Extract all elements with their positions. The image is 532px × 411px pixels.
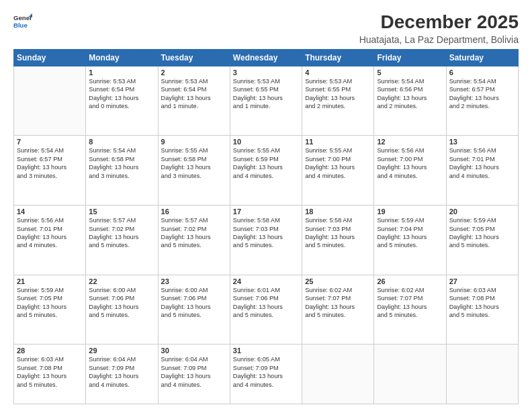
day-number: 4: [305, 68, 371, 77]
day-cell: 1Sunrise: 5:53 AM Sunset: 6:54 PM Daylig…: [86, 66, 158, 136]
day-cell: 10Sunrise: 5:55 AM Sunset: 6:59 PM Dayli…: [230, 136, 302, 205]
day-cell: 5Sunrise: 5:54 AM Sunset: 6:56 PM Daylig…: [374, 66, 446, 136]
day-info: Sunrise: 6:00 AM Sunset: 7:06 PM Dayligh…: [161, 286, 227, 320]
day-info: Sunrise: 5:56 AM Sunset: 7:01 PM Dayligh…: [449, 146, 515, 180]
day-number: 27: [449, 277, 515, 285]
day-cell: 30Sunrise: 6:04 AM Sunset: 7:09 PM Dayli…: [158, 345, 230, 404]
day-info: Sunrise: 6:02 AM Sunset: 7:07 PM Dayligh…: [377, 286, 443, 320]
day-cell: 11Sunrise: 5:55 AM Sunset: 7:00 PM Dayli…: [302, 136, 374, 205]
day-cell: 20Sunrise: 5:59 AM Sunset: 7:05 PM Dayli…: [446, 205, 518, 275]
day-info: Sunrise: 5:55 AM Sunset: 6:59 PM Dayligh…: [233, 146, 299, 180]
week-row-3: 14Sunrise: 5:56 AM Sunset: 7:01 PM Dayli…: [14, 205, 519, 275]
day-info: Sunrise: 5:54 AM Sunset: 6:58 PM Dayligh…: [89, 146, 154, 180]
weekday-sunday: Sunday: [14, 49, 86, 66]
day-info: Sunrise: 6:04 AM Sunset: 7:09 PM Dayligh…: [89, 355, 154, 389]
svg-text:Blue: Blue: [13, 21, 28, 29]
week-row-1: 1Sunrise: 5:53 AM Sunset: 6:54 PM Daylig…: [14, 66, 519, 136]
day-number: 18: [305, 208, 371, 216]
week-row-2: 7Sunrise: 5:54 AM Sunset: 6:57 PM Daylig…: [14, 136, 519, 205]
day-cell: 25Sunrise: 6:02 AM Sunset: 7:07 PM Dayli…: [302, 275, 374, 345]
day-number: 20: [449, 208, 515, 216]
day-info: Sunrise: 5:54 AM Sunset: 6:56 PM Dayligh…: [377, 77, 443, 111]
day-info: Sunrise: 6:00 AM Sunset: 7:06 PM Dayligh…: [89, 286, 154, 320]
day-info: Sunrise: 6:05 AM Sunset: 7:09 PM Dayligh…: [233, 355, 299, 389]
day-number: 9: [161, 138, 227, 146]
day-cell: 14Sunrise: 5:56 AM Sunset: 7:01 PM Dayli…: [14, 205, 86, 275]
day-cell: [374, 345, 446, 404]
day-cell: 6Sunrise: 5:54 AM Sunset: 6:57 PM Daylig…: [446, 66, 518, 136]
day-number: 29: [89, 347, 154, 355]
day-cell: 3Sunrise: 5:53 AM Sunset: 6:55 PM Daylig…: [230, 66, 302, 136]
day-number: 12: [377, 138, 443, 146]
day-info: Sunrise: 6:03 AM Sunset: 7:08 PM Dayligh…: [449, 286, 515, 320]
day-info: Sunrise: 6:02 AM Sunset: 7:07 PM Dayligh…: [305, 286, 371, 320]
day-cell: 9Sunrise: 5:55 AM Sunset: 6:58 PM Daylig…: [158, 136, 230, 205]
day-cell: 18Sunrise: 5:58 AM Sunset: 7:03 PM Dayli…: [302, 205, 374, 275]
day-info: Sunrise: 6:04 AM Sunset: 7:09 PM Dayligh…: [161, 355, 227, 389]
day-number: 13: [449, 138, 515, 146]
title-block: December 2025 Huatajata, La Paz Departme…: [359, 12, 519, 45]
day-cell: 15Sunrise: 5:57 AM Sunset: 7:02 PM Dayli…: [86, 205, 158, 275]
day-cell: 26Sunrise: 6:02 AM Sunset: 7:07 PM Dayli…: [374, 275, 446, 345]
day-cell: 27Sunrise: 6:03 AM Sunset: 7:08 PM Dayli…: [446, 275, 518, 345]
day-cell: 28Sunrise: 6:03 AM Sunset: 7:08 PM Dayli…: [14, 345, 86, 404]
day-cell: 22Sunrise: 6:00 AM Sunset: 7:06 PM Dayli…: [86, 275, 158, 345]
day-number: 3: [233, 68, 299, 77]
day-number: 2: [161, 68, 227, 77]
day-info: Sunrise: 5:53 AM Sunset: 6:55 PM Dayligh…: [233, 77, 299, 111]
page: General Blue December 2025 Huatajata, La…: [0, 0, 532, 411]
day-number: 26: [377, 277, 443, 285]
header: General Blue December 2025 Huatajata, La…: [13, 12, 519, 45]
day-cell: [302, 345, 374, 404]
weekday-saturday: Saturday: [446, 49, 518, 66]
day-number: 22: [89, 277, 154, 285]
day-cell: 12Sunrise: 5:56 AM Sunset: 7:00 PM Dayli…: [374, 136, 446, 205]
day-info: Sunrise: 5:58 AM Sunset: 7:03 PM Dayligh…: [305, 216, 371, 250]
week-row-4: 21Sunrise: 5:59 AM Sunset: 7:05 PM Dayli…: [14, 275, 519, 345]
day-cell: 4Sunrise: 5:53 AM Sunset: 6:55 PM Daylig…: [302, 66, 374, 136]
day-cell: [446, 345, 518, 404]
day-info: Sunrise: 5:59 AM Sunset: 7:05 PM Dayligh…: [449, 216, 515, 250]
day-number: 8: [89, 138, 154, 146]
day-info: Sunrise: 5:58 AM Sunset: 7:03 PM Dayligh…: [233, 216, 299, 250]
day-number: 25: [305, 277, 371, 285]
day-number: 16: [161, 208, 227, 216]
week-row-5: 28Sunrise: 6:03 AM Sunset: 7:08 PM Dayli…: [14, 345, 519, 404]
calendar-table: SundayMondayTuesdayWednesdayThursdayFrid…: [13, 49, 519, 404]
day-cell: 7Sunrise: 5:54 AM Sunset: 6:57 PM Daylig…: [14, 136, 86, 205]
day-number: 7: [17, 138, 83, 146]
day-cell: 31Sunrise: 6:05 AM Sunset: 7:09 PM Dayli…: [230, 345, 302, 404]
day-info: Sunrise: 5:53 AM Sunset: 6:54 PM Dayligh…: [89, 77, 154, 111]
day-cell: 16Sunrise: 5:57 AM Sunset: 7:02 PM Dayli…: [158, 205, 230, 275]
weekday-friday: Friday: [374, 49, 446, 66]
weekday-tuesday: Tuesday: [158, 49, 230, 66]
day-number: 14: [17, 208, 83, 216]
day-cell: 17Sunrise: 5:58 AM Sunset: 7:03 PM Dayli…: [230, 205, 302, 275]
weekday-header-row: SundayMondayTuesdayWednesdayThursdayFrid…: [14, 49, 519, 66]
svg-text:General: General: [13, 14, 32, 21]
day-number: 28: [17, 347, 83, 355]
day-info: Sunrise: 6:01 AM Sunset: 7:06 PM Dayligh…: [233, 286, 299, 320]
day-info: Sunrise: 5:57 AM Sunset: 7:02 PM Dayligh…: [89, 216, 154, 250]
weekday-monday: Monday: [86, 49, 158, 66]
day-number: 5: [377, 68, 443, 77]
day-cell: 13Sunrise: 5:56 AM Sunset: 7:01 PM Dayli…: [446, 136, 518, 205]
day-cell: 2Sunrise: 5:53 AM Sunset: 6:54 PM Daylig…: [158, 66, 230, 136]
day-info: Sunrise: 5:56 AM Sunset: 7:01 PM Dayligh…: [17, 216, 83, 250]
day-cell: [14, 66, 86, 136]
day-info: Sunrise: 5:54 AM Sunset: 6:57 PM Dayligh…: [17, 146, 83, 180]
logo: General Blue: [13, 12, 32, 31]
day-cell: 8Sunrise: 5:54 AM Sunset: 6:58 PM Daylig…: [86, 136, 158, 205]
day-number: 31: [233, 347, 299, 355]
day-info: Sunrise: 5:59 AM Sunset: 7:05 PM Dayligh…: [17, 286, 83, 320]
day-number: 15: [89, 208, 154, 216]
weekday-wednesday: Wednesday: [230, 49, 302, 66]
weekday-thursday: Thursday: [302, 49, 374, 66]
day-info: Sunrise: 5:53 AM Sunset: 6:54 PM Dayligh…: [161, 77, 227, 111]
day-cell: 23Sunrise: 6:00 AM Sunset: 7:06 PM Dayli…: [158, 275, 230, 345]
day-number: 24: [233, 277, 299, 285]
subtitle: Huatajata, La Paz Department, Bolivia: [359, 34, 519, 45]
day-info: Sunrise: 6:03 AM Sunset: 7:08 PM Dayligh…: [17, 355, 83, 389]
day-info: Sunrise: 5:55 AM Sunset: 7:00 PM Dayligh…: [305, 146, 371, 180]
day-number: 23: [161, 277, 227, 285]
